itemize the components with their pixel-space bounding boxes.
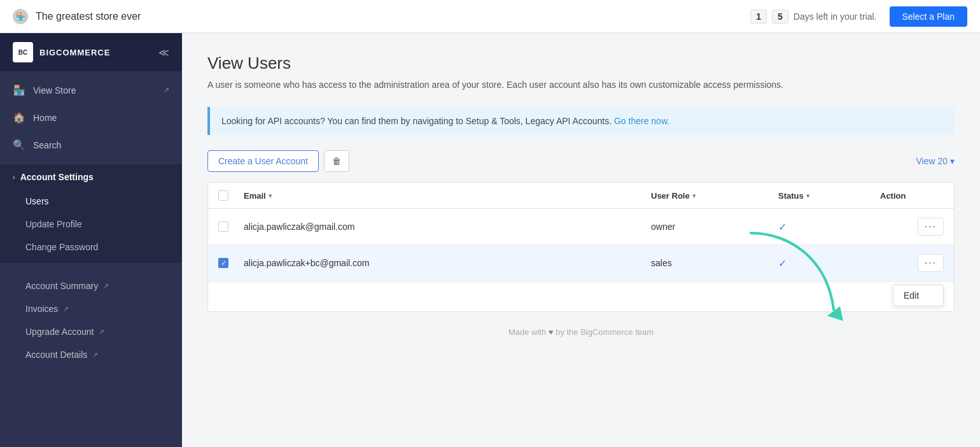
select-plan-button[interactable]: Select a Plan [890,6,968,27]
sidebar: BC BIGCOMMERCE ≪ 🏪 View Store ↗ 🏠 Home 🔍… [0,33,182,447]
footer-text: Made with [508,327,546,337]
external-link-icon: ↗ [164,86,169,94]
create-user-button[interactable]: Create a User Account [207,150,319,172]
page-title: View Users [207,53,955,73]
row1-status: ✓ [778,221,880,233]
info-banner-link[interactable]: Go there now. [614,116,669,126]
users-table: Email ▾ User Role ▾ Status ▾ Action [207,182,955,312]
account-settings-header[interactable]: ‹ Account Settings [0,164,182,190]
sidebar-item-view-store-label: View Store [33,85,76,96]
view-select[interactable]: View 20 ▾ [916,156,955,166]
delete-icon: 🗑 [332,156,341,166]
account-settings-section: ‹ Account Settings Users Update Profile … [0,164,182,264]
sidebar-item-view-store[interactable]: 🏪 View Store ↗ [0,76,182,104]
view-select-label: View 20 [916,156,948,166]
sidebar-item-update-profile[interactable]: Update Profile [0,213,182,236]
info-banner: Looking for API accounts? You can find t… [207,107,955,135]
trial-day1: 1 [750,10,767,24]
trial-day2: 5 [772,10,788,24]
logo-text: BIGCOMMERCE [39,48,110,57]
chevron-down-icon: ▾ [950,156,955,166]
sidebar-link-account-summary[interactable]: Account Summary ↗ [0,274,182,297]
row1-action: ··· [880,218,944,236]
account-settings-items: Users Update Profile Change Password [0,190,182,264]
row1-action-button[interactable]: ··· [918,218,944,236]
footer: Made with ♥ by the BigCommerce team [207,312,955,352]
heart-icon: ♥ [549,327,554,337]
sidebar-links: Account Summary ↗ Invoices ↗ Upgrade Acc… [0,264,182,371]
col-email-label: Email [244,191,266,201]
sidebar-item-users[interactable]: Users [0,190,182,213]
sidebar-item-change-password[interactable]: Change Password [0,236,182,259]
row2-checkbox[interactable]: ✓ [218,258,228,268]
trial-text: Days left in your trial. [794,11,877,22]
sidebar-logo: BC BIGCOMMERCE ≪ [0,33,182,71]
sidebar-link-invoices-label: Invoices [25,304,58,314]
sidebar-link-account-details-label: Account Details [25,350,87,360]
main-content: View Users A user is someone who has acc… [182,33,980,447]
table-header: Email ▾ User Role ▾ Status ▾ Action [208,183,954,209]
sidebar-link-upgrade-account-label: Upgrade Account [25,327,94,337]
external-icon: ↗ [99,328,104,336]
select-all-checkbox[interactable] [218,190,228,201]
sidebar-item-search-label: Search [33,140,61,150]
collapse-button[interactable]: ≪ [158,46,169,59]
page-description: A user is someone who has access to the … [207,78,955,92]
sidebar-item-home[interactable]: 🏠 Home [0,104,182,131]
logo-content: BC BIGCOMMERCE [13,42,110,62]
row2-status: ✓ [778,257,880,269]
row1-role: owner [651,222,778,232]
row2-action-button[interactable]: ··· [918,254,944,272]
sort-icon[interactable]: ▾ [269,192,272,199]
row2-email: alicja.pawliczak+bc@gmail.com [244,258,651,268]
row1-select[interactable] [218,222,244,232]
chevron-left-icon: ‹ [13,173,15,181]
col-role-label: User Role [651,191,690,201]
row2-action: ··· [880,254,944,272]
row1-email: alicja.pawliczak@gmail.com [244,222,651,232]
sort-icon[interactable]: ▾ [692,192,696,199]
sidebar-item-search[interactable]: 🔍 Search [0,131,182,159]
table-row: ✓ alicja.pawliczak+bc@gmail.com sales ✓ … [208,245,954,281]
store-icon: 🏪 [13,84,25,96]
sidebar-nav: 🏪 View Store ↗ 🏠 Home 🔍 Search [0,71,182,164]
col-email: Email ▾ [244,191,651,201]
col-select [218,190,244,201]
edit-action-item[interactable]: Edit [893,285,943,306]
row2-role: sales [651,258,778,268]
home-icon: 🏠 [13,111,25,124]
search-icon: 🔍 [13,139,25,151]
sidebar-link-account-summary-label: Account Summary [25,281,98,291]
store-name: The greatest store ever [36,11,750,22]
row2-select[interactable]: ✓ [218,258,244,268]
logo-icon: BC [13,42,33,62]
col-role: User Role ▾ [651,191,778,201]
sort-icon[interactable]: ▾ [806,192,809,199]
action-dropdown: Edit [893,285,944,306]
col-action: Action [880,191,944,201]
row1-checkbox[interactable] [218,222,228,232]
col-status-label: Status [778,191,804,201]
sidebar-link-account-details[interactable]: Account Details ↗ [0,343,182,366]
footer-suffix: by the BigCommerce team [556,327,654,337]
delete-button[interactable]: 🗑 [324,150,349,172]
col-action-label: Action [880,191,906,201]
external-icon: ↗ [103,282,109,290]
toolbar-left: Create a User Account 🗑 [207,150,349,172]
toolbar: Create a User Account 🗑 View 20 ▾ [207,150,955,172]
external-icon: ↗ [63,305,69,313]
sidebar-item-home-label: Home [33,113,57,123]
external-icon: ↗ [92,351,98,359]
account-settings-label: Account Settings [20,172,94,182]
info-banner-text: Looking for API accounts? You can find t… [221,116,614,126]
sidebar-link-invoices[interactable]: Invoices ↗ [0,297,182,320]
trial-info: 1 5 Days left in your trial. Select a Pl… [750,6,967,27]
sidebar-link-upgrade-account[interactable]: Upgrade Account ↗ [0,320,182,343]
col-status: Status ▾ [778,191,880,201]
store-icon: 🏪 [13,9,28,24]
top-header: 🏪 The greatest store ever 1 5 Days left … [0,0,980,33]
table-row: alicja.pawliczak@gmail.com owner ✓ ··· [208,209,954,245]
main-layout: BC BIGCOMMERCE ≪ 🏪 View Store ↗ 🏠 Home 🔍… [0,33,980,447]
table-section: Email ▾ User Role ▾ Status ▾ Action [207,182,955,312]
dropdown-row: Edit [208,281,954,311]
